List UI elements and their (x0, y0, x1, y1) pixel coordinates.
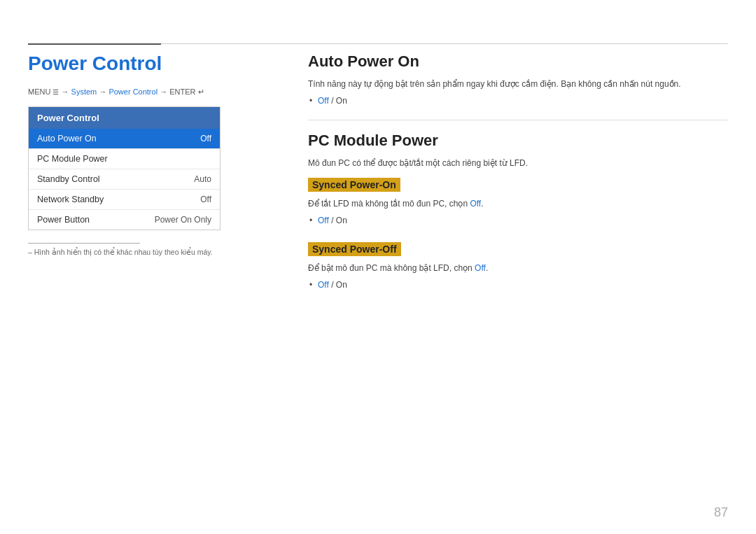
left-panel: Power Control MENU ☰ → System → Power Co… (28, 52, 280, 256)
synced-power-on-sep: / (331, 216, 336, 225)
synced-power-on-desc: Để tắt LFD mà không tắt mô đun PC, chọn … (308, 197, 728, 210)
footnote-text: – Hình ảnh hiển thị có thể khác nhau tùy… (28, 248, 280, 256)
auto-power-on-on: On (336, 96, 347, 106)
menu-item-standby-control-value: Auto (194, 174, 211, 184)
synced-power-off-off-option: Off (318, 280, 329, 290)
synced-power-on-on-option: On (336, 216, 347, 225)
breadcrumb-power-control: Power Control (108, 87, 158, 96)
menu-item-standby-control-label: Standby Control (37, 174, 100, 184)
menu-box: Power Control Auto Power On Off PC Modul… (28, 106, 220, 230)
breadcrumb-system: System (71, 87, 97, 96)
section-auto-power-on-desc: Tính năng này tự động bật trên sản phẩm … (308, 78, 728, 90)
synced-power-on-title: Synced Power-On (308, 178, 400, 192)
section-pc-module-title: PC Module Power (308, 132, 728, 150)
synced-power-off-block: Synced Power-Off Để bật mô đun PC mà khô… (308, 239, 728, 290)
breadcrumb-menu: MENU (28, 87, 50, 96)
menu-item-network-standby-label: Network Standby (37, 195, 104, 204)
synced-power-on-off-highlight: Off (470, 199, 481, 209)
auto-power-on-off: Off (318, 96, 329, 106)
menu-item-network-standby-value: Off (200, 195, 211, 204)
menu-item-power-button[interactable]: Power Button Power On Only (29, 210, 220, 230)
menu-item-auto-power-on-label: Auto Power On (37, 134, 97, 143)
synced-power-on-block: Synced Power-On Để tắt LFD mà không tắt … (308, 175, 728, 225)
synced-power-off-option: Off / On (318, 280, 728, 290)
section-pc-module-desc: Mô đun PC có thể được bật/tắt một cách r… (308, 157, 728, 169)
menu-item-power-button-value: Power On Only (155, 215, 211, 225)
synced-power-off-off-highlight: Off (475, 263, 486, 273)
page-number: 87 (714, 505, 728, 520)
menu-item-power-button-label: Power Button (37, 215, 90, 225)
menu-item-network-standby[interactable]: Network Standby Off (29, 190, 220, 210)
breadcrumb: MENU ☰ → System → Power Control → ENTER … (28, 87, 280, 97)
menu-item-auto-power-on-value: Off (200, 134, 211, 143)
breadcrumb-arrow2: → (99, 87, 106, 96)
right-panel: Auto Power On Tính năng này tự động bật … (308, 52, 728, 304)
top-bar-left (28, 43, 161, 45)
breadcrumb-enter: ENTER (169, 87, 195, 96)
synced-power-on-bullets: Off / On (318, 216, 728, 225)
section-auto-power-on-bullets: Off / On (318, 96, 728, 106)
synced-power-on-off-option: Off (318, 216, 329, 225)
menu-item-standby-control[interactable]: Standby Control Auto (29, 169, 220, 190)
breadcrumb-menu-icon: ☰ (52, 88, 59, 96)
breadcrumb-enter-icon: ↵ (198, 87, 204, 96)
synced-power-off-desc: Để bật mô đun PC mà không bật LFD, chọn … (308, 262, 728, 274)
auto-power-on-sep: / (331, 96, 336, 106)
section-divider-1 (308, 120, 728, 120)
auto-power-on-option: Off / On (318, 96, 728, 106)
breadcrumb-arrow3: → (160, 87, 167, 96)
synced-power-on-option: Off / On (318, 216, 728, 225)
menu-item-pc-module-power-label: PC Module Power (37, 154, 108, 164)
menu-item-auto-power-on[interactable]: Auto Power On Off (29, 129, 220, 149)
synced-power-off-title: Synced Power-Off (308, 242, 401, 256)
top-bar-right (161, 43, 728, 44)
breadcrumb-arrow1: → (62, 87, 69, 96)
menu-item-pc-module-power[interactable]: PC Module Power (29, 149, 220, 169)
menu-box-header: Power Control (29, 107, 220, 129)
synced-power-off-sep: / (331, 280, 336, 290)
synced-power-off-on-option: On (336, 280, 347, 290)
section-auto-power-on-title: Auto Power On (308, 52, 728, 71)
page-title: Power Control (28, 52, 280, 75)
synced-power-off-bullets: Off / On (318, 280, 728, 290)
footnote-divider (28, 243, 140, 244)
